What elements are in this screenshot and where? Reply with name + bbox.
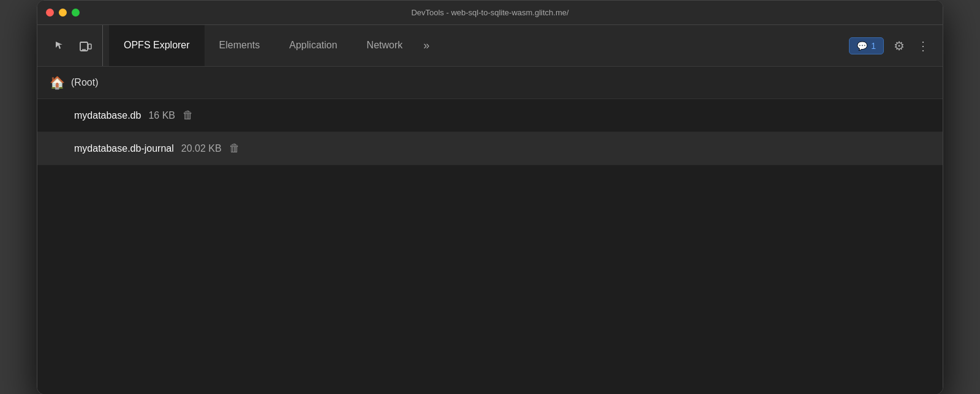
home-icon: 🏠	[50, 75, 65, 90]
delete-file-icon[interactable]: 🗑	[183, 109, 194, 122]
file-row[interactable]: mydatabase.db 16 KB 🗑	[37, 99, 943, 132]
toolbar-right: 💬 1 ⚙ ⋮	[849, 35, 937, 57]
file-name: mydatabase.db	[74, 110, 141, 121]
root-label: (Root)	[71, 77, 98, 88]
tab-application[interactable]: Application	[274, 25, 352, 66]
root-directory-row: 🏠 (Root)	[37, 67, 943, 99]
more-options-button[interactable]: ⋮	[914, 35, 932, 57]
inspect-element-button[interactable]	[48, 35, 72, 56]
file-row[interactable]: mydatabase.db-journal 20.02 KB 🗑	[37, 132, 943, 165]
device-toolbar-button[interactable]	[74, 35, 97, 56]
tab-network[interactable]: Network	[352, 25, 418, 66]
file-size: 16 KB	[148, 110, 175, 121]
tab-list: OPFS Explorer Elements Application Netwo…	[109, 25, 846, 66]
close-button[interactable]	[46, 9, 54, 17]
toolbar: OPFS Explorer Elements Application Netwo…	[37, 25, 943, 67]
settings-button[interactable]: ⚙	[889, 35, 910, 57]
toolbar-icons-group	[43, 25, 103, 66]
tab-elements[interactable]: Elements	[205, 25, 275, 66]
maximize-button[interactable]	[72, 9, 80, 17]
minimize-button[interactable]	[59, 9, 67, 17]
feedback-button[interactable]: 💬 1	[849, 37, 884, 54]
delete-file-icon[interactable]: 🗑	[229, 142, 240, 155]
traffic-lights	[46, 9, 80, 17]
window-title: DevTools - web-sql-to-sqlite-wasm.glitch…	[411, 8, 568, 17]
devtools-window: DevTools - web-sql-to-sqlite-wasm.glitch…	[37, 0, 943, 394]
file-size: 20.02 KB	[181, 143, 222, 154]
content-area: 🏠 (Root) mydatabase.db 16 KB 🗑 mydatabas…	[37, 67, 943, 394]
tab-opfs-explorer[interactable]: OPFS Explorer	[109, 25, 205, 66]
title-bar: DevTools - web-sql-to-sqlite-wasm.glitch…	[37, 1, 943, 25]
feedback-icon: 💬	[857, 41, 867, 51]
feedback-count: 1	[871, 41, 876, 51]
more-tabs-button[interactable]: »	[417, 35, 435, 56]
svg-rect-1	[88, 44, 91, 49]
file-name: mydatabase.db-journal	[74, 143, 174, 154]
